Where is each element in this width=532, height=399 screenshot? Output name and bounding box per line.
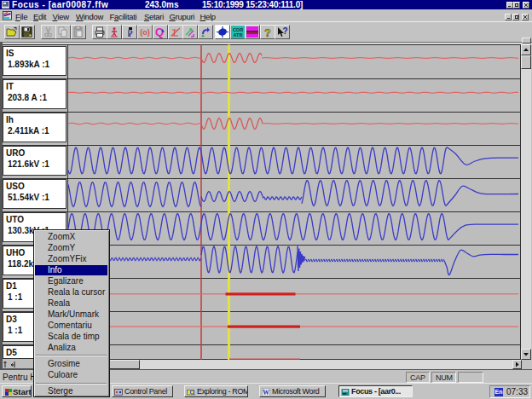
svg-text:W: W [263,389,269,396]
